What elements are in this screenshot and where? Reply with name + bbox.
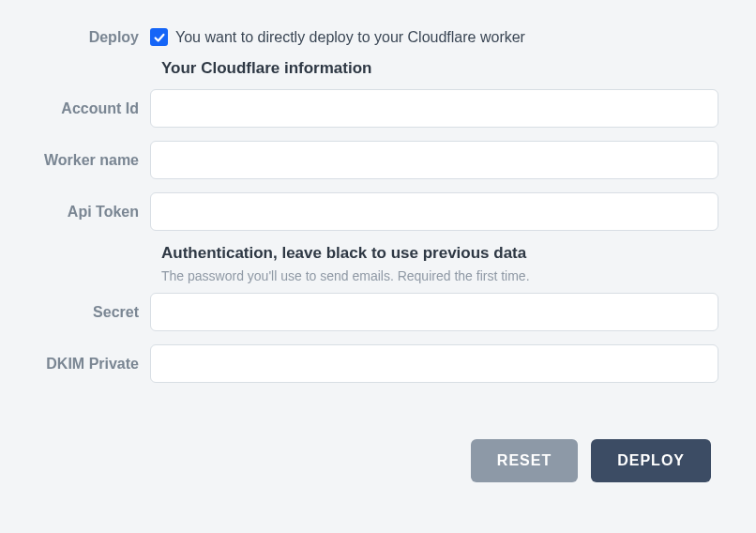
dkim-private-input[interactable]	[150, 344, 718, 383]
api-token-label: Api Token	[38, 204, 150, 221]
api-token-row: Api Token	[38, 192, 718, 231]
dkim-private-row: DKIM Private	[38, 344, 718, 383]
secret-label: Secret	[38, 304, 150, 321]
secret-row: Secret	[38, 293, 718, 331]
dkim-private-label: DKIM Private	[38, 356, 150, 373]
check-icon	[153, 31, 166, 44]
cloudflare-section-title: Your Cloudflare information	[161, 59, 718, 78]
deploy-checkbox-label: You want to directly deploy to your Clou…	[175, 29, 525, 46]
reset-button[interactable]: RESET	[471, 439, 578, 482]
deploy-label: Deploy	[38, 29, 150, 46]
auth-section-subtitle: The password you'll use to send emails. …	[161, 268, 718, 283]
account-id-label: Account Id	[38, 100, 150, 117]
deploy-button[interactable]: DEPLOY	[591, 439, 711, 482]
secret-input[interactable]	[150, 293, 718, 331]
deploy-row: Deploy You want to directly deploy to yo…	[38, 28, 718, 46]
account-id-input[interactable]	[150, 89, 718, 128]
account-id-row: Account Id	[38, 89, 718, 128]
worker-name-row: Worker name	[38, 141, 718, 179]
deploy-checkbox-wrap[interactable]: You want to directly deploy to your Clou…	[150, 28, 525, 46]
deploy-checkbox[interactable]	[150, 28, 168, 46]
worker-name-input[interactable]	[150, 141, 718, 179]
button-row: RESET DEPLOY	[38, 439, 718, 482]
auth-section-title: Authentication, leave black to use previ…	[161, 244, 718, 263]
worker-name-label: Worker name	[38, 152, 150, 169]
api-token-input[interactable]	[150, 192, 718, 231]
